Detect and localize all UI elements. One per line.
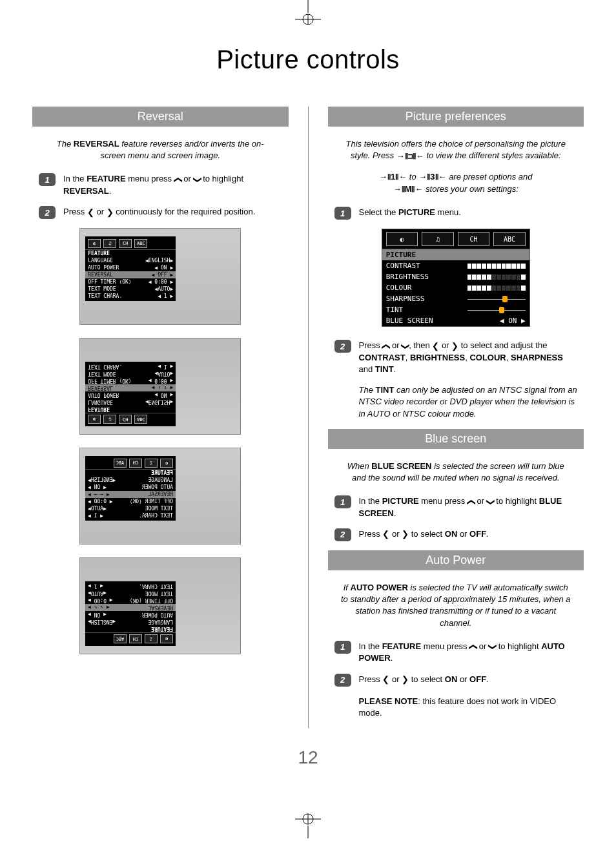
blue-step-2: 2 Press ❮ or ❯ to select ON or OFF. [328, 528, 584, 541]
auto-step-2: 2 Press ❮ or ❯ to select ON or OFF. [328, 674, 584, 687]
left-arrow-icon: ❮ [87, 207, 94, 218]
right-arrow-icon: ❯ [402, 528, 409, 540]
osd-tab-icon: CH [119, 239, 132, 248]
osd-screenshot-flipped-v: ◐♫CHABC FEATURE LANGUAGE◀ENGLISH▶ AUTO P… [79, 338, 241, 435]
crop-mark-bottom [289, 813, 327, 841]
down-arrow-icon: ❯ [486, 643, 498, 650]
step-badge-2: 2 [334, 528, 351, 541]
step-badge-1: 1 [334, 641, 351, 654]
page-number: 12 [32, 747, 584, 768]
tint-note: The TINT can only be adjusted on an NTSC… [328, 384, 584, 420]
blue-intro: When BLUE SCREEN is selected the screen … [341, 461, 571, 484]
right-arrow-icon: ❯ [451, 340, 458, 352]
up-arrow-icon: ❯ [465, 498, 477, 505]
down-arrow-icon: ❯ [484, 498, 496, 505]
reversal-step-2: 2 Press ❮ or ❯ continuously for the requ… [32, 206, 289, 219]
column-separator [308, 107, 309, 728]
osd-screenshot-flipped-h: ◐♫CHABC FEATURE LANGUAGE◀ENGLISH▶ AUTO P… [79, 448, 241, 545]
blue-step-1: 1 In the PICTURE menu press ❯ or ❯ to hi… [328, 495, 584, 519]
step-badge-1: 1 [334, 207, 351, 220]
section-reversal: Reversal [32, 107, 289, 127]
section-auto-power: Auto Power [328, 550, 584, 570]
step-badge-2: 2 [334, 674, 351, 687]
section-blue-screen: Blue screen [328, 429, 584, 449]
page-title: Picture controls [32, 45, 584, 74]
right-column: Picture preferences This television offe… [328, 107, 584, 728]
crop-mark-top [289, 0, 327, 28]
auto-intro: If AUTO POWER is selected the TV will au… [341, 582, 571, 629]
step-badge-2: 2 [334, 340, 351, 353]
left-arrow-icon: ❮ [382, 528, 389, 540]
osd-tab-icon: ♫ [422, 232, 454, 246]
reversal-step-1: 1 In the FEATURE menu press ❯ or ❯ to hi… [32, 173, 289, 197]
right-arrow-icon: ❯ [107, 207, 114, 218]
reversal-intro: The REVERSAL feature reverses and/or inv… [45, 138, 276, 161]
osd-tab-icon: ◐ [386, 232, 418, 246]
section-picture-preferences: Picture preferences [328, 107, 584, 127]
picpref-step-1: 1 Select the PICTURE menu. [328, 207, 584, 220]
preset-1-icon: →⦀1⦀← [379, 171, 407, 183]
preset-line: →⦀1⦀← to →⦀3⦀← are preset options and →⦀… [341, 171, 571, 195]
auto-step-1: 1 In the FEATURE menu press ❯ or ❯ to hi… [328, 641, 584, 665]
picpref-step-2: 2 Press ❯ or ❯, then ❮ or ❯ to select an… [328, 340, 584, 375]
down-arrow-icon: ❯ [191, 176, 203, 183]
osd-screenshot-normal: ◐ ♫ CH ABC FEATURE LANGUAGE◀ENGLISH▶ AUT… [79, 228, 241, 325]
down-arrow-icon: ❯ [400, 342, 411, 349]
up-arrow-icon: ❯ [172, 176, 183, 183]
osd-screenshot-flipped-both: ◐♫CHABC FEATURE LANGUAGE◀ENGLISH▶ AUTO P… [79, 557, 241, 654]
up-arrow-icon: ❯ [380, 342, 392, 349]
step-badge-1: 1 [39, 173, 56, 186]
preset-3-icon: →⦀3⦀← [418, 171, 446, 183]
picture-osd: ◐ ♫ CH ABC PICTURE CONTRAST BRIGHTNESS C… [382, 229, 530, 327]
osd-tab-icon: CH [458, 232, 490, 246]
step-badge-2: 2 [39, 206, 56, 219]
osd-tab-icon: ABC [493, 232, 526, 246]
osd-tab-icon: ◐ [88, 239, 101, 248]
osd-tab-icon: ABC [134, 239, 147, 248]
left-arrow-icon: ❮ [382, 674, 389, 685]
left-column: Reversal The REVERSAL feature reverses a… [32, 107, 289, 728]
right-arrow-icon: ❯ [402, 674, 409, 685]
osd-tab-icon: ♫ [103, 239, 116, 248]
picture-pref-button-icon: →⦀⊐⦀← [396, 151, 424, 162]
left-arrow-icon: ❮ [432, 340, 439, 352]
preset-m-icon: →⦀M⦀← [393, 183, 424, 195]
up-arrow-icon: ❯ [467, 643, 479, 650]
please-note: PLEASE NOTE: this feature does not work … [328, 696, 584, 719]
step-badge-1: 1 [334, 495, 351, 508]
picpref-intro: This television offers the choice of per… [341, 138, 571, 162]
